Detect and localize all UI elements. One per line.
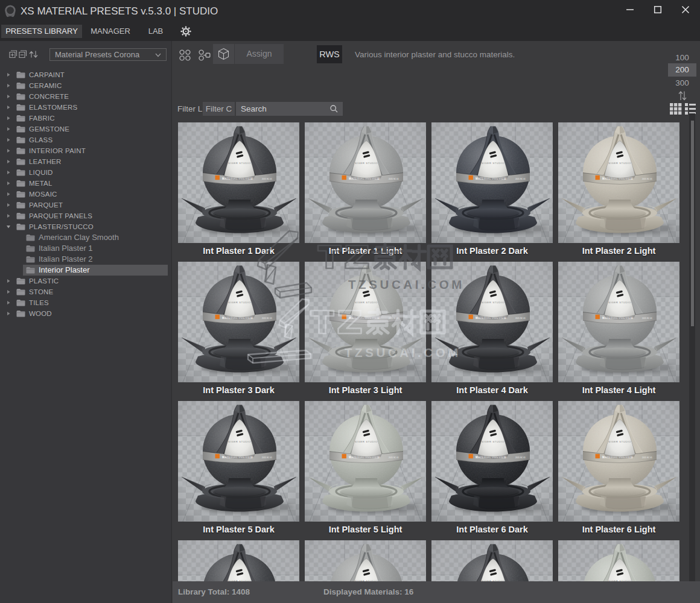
svg-text:2015 SC 01: 2015 SC 01 (515, 317, 526, 320)
svg-text:SIGER STUDIO: SIGER STUDIO (228, 440, 251, 443)
svg-text:SIGER STUDIO: SIGER STUDIO (482, 162, 504, 165)
svg-text:2015 SC 01: 2015 SC 01 (642, 456, 652, 459)
svg-text:SIGER STUDIO: SIGER STUDIO (608, 440, 631, 443)
svg-text:2015 SC 01: 2015 SC 01 (515, 178, 526, 180)
svg-text:SIGER STUDIO: SIGER STUDIO (228, 162, 251, 165)
svg-text:2015 SC 01: 2015 SC 01 (515, 456, 526, 459)
svg-text:SIGER STUDIO: SIGER STUDIO (355, 440, 378, 443)
svg-text:TZSUCAI.COM: TZSUCAI.COM (348, 277, 465, 291)
svg-text:SIGER STUDIO: SIGER STUDIO (608, 162, 631, 165)
svg-text:SIGER STUDIO: SIGER STUDIO (355, 162, 378, 165)
svg-text:SIGER STUDIO: SIGER STUDIO (608, 301, 631, 304)
svg-text:2015 SC 01: 2015 SC 01 (389, 456, 399, 459)
svg-text:SIGER STUDIO: SIGER STUDIO (482, 440, 504, 443)
svg-text:2015 SC 01: 2015 SC 01 (642, 178, 652, 180)
svg-text:SIGER STUDIO: SIGER STUDIO (482, 301, 504, 304)
svg-text:2015 SC 01: 2015 SC 01 (262, 178, 272, 180)
svg-text:2015 SC 01: 2015 SC 01 (642, 317, 652, 320)
svg-text:2015 SC 01: 2015 SC 01 (389, 178, 399, 180)
svg-text:2015 SC 01: 2015 SC 01 (262, 456, 272, 459)
svg-text:TZSUCAI.COM: TZSUCAI.COM (345, 346, 461, 359)
